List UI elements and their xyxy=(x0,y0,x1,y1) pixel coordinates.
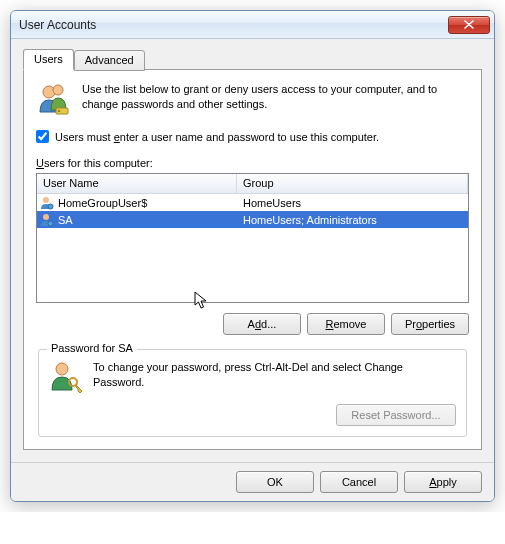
intro-row: Use the list below to grant or deny user… xyxy=(36,82,469,118)
client-area: Users Advanced Use the list below to gra… xyxy=(11,39,494,462)
svg-point-3 xyxy=(58,110,61,113)
apply-button[interactable]: Apply xyxy=(404,471,482,493)
user-icon xyxy=(40,196,54,210)
svg-point-7 xyxy=(48,221,53,226)
reset-password-button: Reset Password... xyxy=(336,404,456,426)
intro-text: Use the list below to grant or deny user… xyxy=(82,82,469,118)
svg-point-5 xyxy=(48,204,53,209)
group-cell: HomeUsers; Administrators xyxy=(237,214,468,226)
ok-button[interactable]: OK xyxy=(236,471,314,493)
close-icon xyxy=(464,20,474,29)
password-groupbox: Password for SA To change your password,… xyxy=(38,349,467,437)
tabstrip: Users Advanced xyxy=(23,49,482,70)
user-key-icon xyxy=(49,360,83,396)
group-cell: HomeUsers xyxy=(237,197,468,209)
username-cell: HomeGroupUser$ xyxy=(58,197,147,209)
properties-button[interactable]: Properties xyxy=(391,313,469,335)
require-login-checkbox[interactable] xyxy=(36,130,49,143)
password-legend: Password for SA xyxy=(47,342,137,354)
table-row[interactable]: HomeGroupUser$ HomeUsers xyxy=(37,194,468,211)
users-listview[interactable]: User Name Group HomeGroupUser$ HomeUsers xyxy=(36,173,469,303)
table-row[interactable]: SA HomeUsers; Administrators xyxy=(37,211,468,228)
column-group[interactable]: Group xyxy=(237,174,468,193)
tab-advanced[interactable]: Advanced xyxy=(74,50,145,71)
remove-button[interactable]: Remove xyxy=(307,313,385,335)
window-title: User Accounts xyxy=(19,18,448,32)
users-list-label: Users for this computer: xyxy=(36,157,469,169)
username-cell: SA xyxy=(58,214,73,226)
dialog-footer: OK Cancel Apply xyxy=(11,462,494,501)
password-text: To change your password, press Ctrl-Alt-… xyxy=(93,360,456,390)
titlebar[interactable]: User Accounts xyxy=(11,11,494,39)
svg-point-4 xyxy=(43,197,49,203)
add-button[interactable]: Add... xyxy=(223,313,301,335)
svg-point-8 xyxy=(56,363,68,375)
listview-body: HomeGroupUser$ HomeUsers SA HomeUsers; A… xyxy=(37,194,468,228)
listview-header[interactable]: User Name Group xyxy=(37,174,468,194)
require-login-checkbox-row[interactable]: Users must enter a user name and passwor… xyxy=(36,130,469,143)
user-buttons-row: Add... Remove Properties xyxy=(36,313,469,335)
svg-point-6 xyxy=(43,214,49,220)
users-panel: Use the list below to grant or deny user… xyxy=(23,69,482,450)
user-icon xyxy=(40,213,54,227)
column-username[interactable]: User Name xyxy=(37,174,237,193)
user-accounts-dialog: User Accounts Users Advanced xyxy=(10,10,495,502)
svg-point-1 xyxy=(53,85,63,95)
close-button[interactable] xyxy=(448,16,490,34)
users-keys-icon xyxy=(36,82,72,118)
cancel-button[interactable]: Cancel xyxy=(320,471,398,493)
tab-users[interactable]: Users xyxy=(23,49,74,70)
